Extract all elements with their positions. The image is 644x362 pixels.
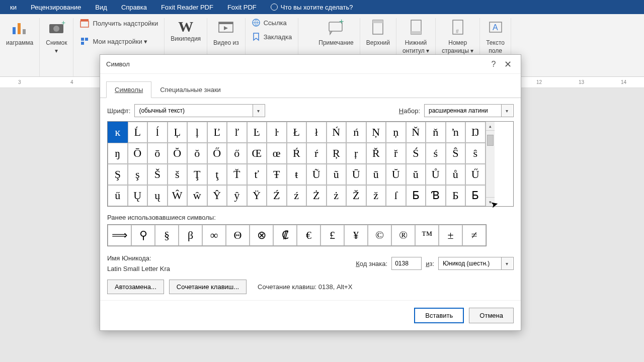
char-cell[interactable]: ū [366, 164, 386, 185]
font-combo[interactable]: ▾ [134, 104, 265, 117]
char-cell[interactable]: ŝ [465, 143, 486, 164]
scroll-down-button[interactable]: ▾ [486, 197, 495, 206]
char-cell[interactable]: Ź [267, 185, 287, 206]
char-cell[interactable]: ō [147, 143, 168, 164]
recent-cell[interactable]: ∞ [202, 225, 226, 246]
recent-cell[interactable]: ₡ [273, 225, 297, 246]
scroll-up-button[interactable]: ▴ [486, 122, 495, 131]
menu-item[interactable]: Foxit PDF [227, 4, 257, 11]
tab-special[interactable]: Специальные знаки [151, 81, 229, 98]
char-cell[interactable]: Ƃ [465, 185, 486, 206]
char-cell[interactable]: Ő [207, 143, 227, 164]
recent-cell[interactable]: β [179, 225, 202, 246]
bookmark-button[interactable]: Закладка [252, 32, 292, 41]
char-cell[interactable]: Ļ [168, 122, 188, 143]
char-cell[interactable]: Ŀ [247, 122, 267, 143]
char-cell[interactable]: ŧ [287, 164, 307, 185]
menu-item[interactable]: ки [10, 4, 17, 11]
char-cell[interactable]: Ŋ [465, 122, 486, 143]
char-cell[interactable]: Ť [227, 164, 247, 185]
autocorrect-button[interactable]: Автозамена... [107, 280, 164, 294]
char-cell[interactable]: ŏ [187, 143, 207, 164]
close-button[interactable]: ✕ [501, 57, 515, 71]
menu-item[interactable]: Foxit Reader PDF [161, 4, 213, 11]
from-input[interactable] [439, 257, 501, 269]
recent-cell[interactable]: ⚲ [131, 225, 155, 246]
char-cell[interactable]: ľ [227, 122, 247, 143]
char-cell[interactable]: Ż [306, 185, 327, 206]
char-cell[interactable]: Б [446, 185, 466, 206]
char-cell[interactable]: ť [247, 164, 267, 185]
set-input[interactable] [425, 105, 501, 117]
recent-cell[interactable]: § [155, 225, 179, 246]
char-cell[interactable]: Ũ [306, 164, 327, 185]
char-cell[interactable]: ř [386, 143, 406, 164]
from-combo[interactable]: ▾ [438, 257, 514, 270]
char-cell[interactable]: Ƃ [406, 185, 426, 206]
char-cell[interactable]: ĸ [108, 122, 128, 143]
char-cell[interactable]: Ÿ [247, 185, 267, 206]
char-cell[interactable]: ŵ [187, 185, 207, 206]
recent-cell[interactable]: Θ [226, 225, 250, 246]
char-cell[interactable]: ŷ [227, 185, 247, 206]
char-cell[interactable]: Ś [406, 143, 426, 164]
char-cell[interactable]: ś [426, 143, 446, 164]
char-cell[interactable]: Ş [108, 164, 128, 185]
recent-cell[interactable]: ™ [415, 225, 439, 246]
recent-cell[interactable]: ⟹ [108, 225, 131, 246]
recent-cell[interactable]: £ [320, 225, 344, 246]
char-cell[interactable]: ţ [207, 164, 227, 185]
char-cell[interactable]: Ů [426, 164, 446, 185]
char-cell[interactable]: ł [306, 122, 327, 143]
char-cell[interactable]: ž [366, 185, 386, 206]
menu-item[interactable]: Рецензирование [31, 4, 81, 11]
char-cell[interactable]: Ņ [366, 122, 386, 143]
cancel-button[interactable]: Отмена [469, 308, 514, 323]
char-cell[interactable]: Ľ [207, 122, 227, 143]
char-cell[interactable]: ŭ [406, 164, 426, 185]
char-cell[interactable]: Ž [346, 185, 366, 206]
scroll-track[interactable] [486, 131, 495, 197]
char-cell[interactable]: ļ [187, 122, 207, 143]
char-cell[interactable]: Š [147, 164, 168, 185]
char-cell[interactable]: ů [446, 164, 466, 185]
char-cell[interactable]: œ [267, 143, 287, 164]
char-cell[interactable]: ſ [386, 185, 406, 206]
char-cell[interactable]: Ĺ [128, 122, 148, 143]
recent-cell[interactable]: ≠ [462, 225, 486, 246]
char-cell[interactable]: ŀ [267, 122, 287, 143]
link-button[interactable]: Ссылка [252, 18, 287, 27]
shortcut-button[interactable]: Сочетание клавиш... [169, 280, 247, 294]
insert-button[interactable]: Вставить [414, 308, 464, 323]
help-button[interactable]: ? [487, 57, 501, 71]
font-input[interactable] [135, 105, 253, 117]
char-cell[interactable]: ű [108, 185, 128, 206]
char-cell[interactable]: Ţ [187, 164, 207, 185]
set-combo[interactable]: ▾ [424, 104, 514, 117]
char-cell[interactable]: ũ [327, 164, 347, 185]
char-cell[interactable]: Ŝ [446, 143, 466, 164]
recent-cell[interactable]: ± [439, 225, 462, 246]
char-cell[interactable]: Ų [128, 185, 148, 206]
char-cell[interactable]: ş [128, 164, 148, 185]
char-cell[interactable]: ź [287, 185, 307, 206]
scroll-thumb[interactable] [487, 135, 494, 146]
char-cell[interactable]: Ŏ [168, 143, 188, 164]
char-cell[interactable]: Ō [128, 143, 148, 164]
char-cell[interactable]: Ŵ [168, 185, 188, 206]
char-cell[interactable]: ų [147, 185, 168, 206]
char-cell[interactable]: ő [227, 143, 247, 164]
char-cell[interactable]: ŕ [306, 143, 327, 164]
recent-cell[interactable]: © [368, 225, 391, 246]
char-cell[interactable]: Ű [465, 164, 486, 185]
my-addins-button[interactable]: Мои надстройки ▾ [79, 36, 147, 46]
char-cell[interactable]: Œ [247, 143, 267, 164]
char-cell[interactable]: š [168, 164, 188, 185]
char-cell[interactable]: ĺ [147, 122, 168, 143]
code-input[interactable] [391, 257, 422, 270]
menu-item[interactable]: Справка [121, 4, 147, 11]
char-cell[interactable]: ŋ [108, 143, 128, 164]
char-cell[interactable]: ŗ [346, 143, 366, 164]
recent-cell[interactable]: € [297, 225, 320, 246]
char-cell[interactable]: Ř [366, 143, 386, 164]
